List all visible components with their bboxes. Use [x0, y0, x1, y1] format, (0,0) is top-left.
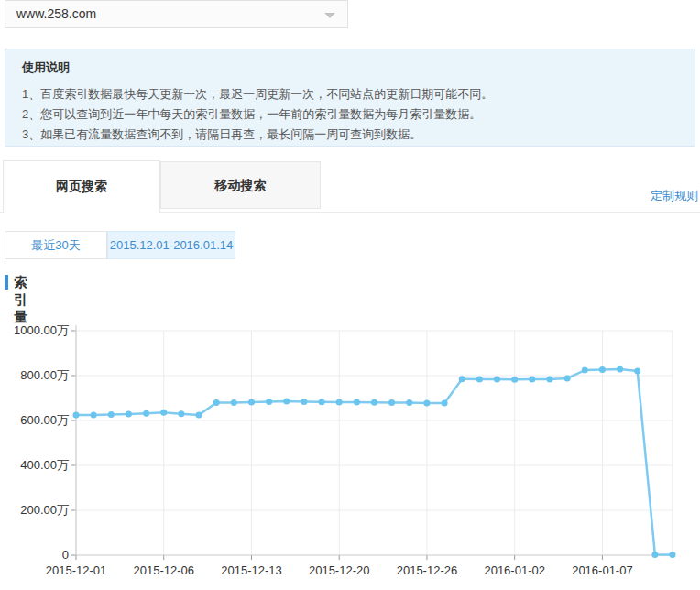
data-point[interactable] — [617, 366, 623, 373]
data-point[interactable] — [196, 412, 202, 419]
usage-note-line: 3、如果已有流量数据查询不到，请隔日再查，最长间隔一周可查询到数据。 — [22, 125, 678, 145]
x-axis-label: 2016-01-07 — [572, 563, 633, 577]
range-custom-button[interactable]: 2015.12.01-2016.01.14 — [107, 231, 235, 259]
data-point[interactable] — [126, 411, 132, 418]
data-point[interactable] — [442, 400, 448, 407]
x-axis-label: 2016-01-02 — [484, 563, 545, 577]
data-point[interactable] — [529, 376, 535, 382]
x-axis-label: 2015-12-26 — [397, 563, 458, 577]
site-selector-dropdown[interactable]: www.258.com — [5, 0, 348, 28]
usage-notes-panel: 使用说明 1、百度索引数据最快每天更新一次，最迟一周更新一次，不同站点的更新日期… — [5, 49, 695, 147]
data-point[interactable] — [634, 368, 640, 375]
data-point[interactable] — [231, 399, 237, 406]
y-axis-label: 600.00万 — [20, 413, 69, 427]
x-axis-label: 2015-12-01 — [46, 563, 107, 577]
data-point[interactable] — [423, 399, 430, 406]
y-axis-label: 800.00万 — [20, 368, 69, 382]
tab-web-search[interactable]: 网页搜索 — [3, 160, 160, 213]
x-axis-label: 2015-12-20 — [309, 563, 370, 577]
data-point[interactable] — [371, 399, 377, 406]
data-point[interactable] — [599, 366, 606, 373]
usage-note-line: 1、百度索引数据最快每天更新一次，最迟一周更新一次，不同站点的更新日期可能不同。 — [22, 84, 678, 104]
range-last30-button[interactable]: 最近30天 — [5, 231, 107, 259]
section-accent-bar — [5, 275, 8, 290]
data-point[interactable] — [108, 411, 115, 418]
data-point[interactable] — [91, 411, 97, 418]
y-axis-label: 400.00万 — [20, 458, 69, 472]
usage-note-line: 2、您可以查询到近一年中每天的索引量数据，一年前的索引量数据为每月索引量数据。 — [22, 104, 678, 125]
site-selector-value: www.258.com — [16, 6, 96, 21]
data-point[interactable] — [406, 399, 412, 406]
y-axis-label: 0 — [62, 548, 69, 562]
data-point[interactable] — [651, 552, 658, 558]
data-point[interactable] — [178, 410, 184, 417]
y-axis-label: 1000.00万 — [14, 323, 69, 337]
data-point[interactable] — [319, 399, 325, 405]
tab-mobile-search[interactable]: 移动搜索 — [160, 161, 321, 209]
data-point[interactable] — [670, 552, 676, 558]
chevron-down-icon — [324, 13, 335, 18]
data-point[interactable] — [336, 399, 343, 405]
data-point[interactable] — [354, 399, 360, 405]
data-point[interactable] — [494, 376, 500, 382]
data-point[interactable] — [476, 376, 483, 382]
search-type-tabs: 网页搜索 移动搜索 — [0, 160, 700, 213]
data-point[interactable] — [283, 398, 290, 404]
chart-canvas[interactable]: 1000.00万800.00万600.00万400.00万200.00万0201… — [0, 310, 700, 590]
x-axis-label: 2015-12-06 — [133, 563, 194, 577]
usage-notes-title: 使用说明 — [22, 60, 678, 76]
data-point[interactable] — [266, 399, 272, 405]
data-point[interactable] — [73, 411, 80, 418]
data-point[interactable] — [547, 376, 553, 382]
data-point[interactable] — [564, 375, 571, 381]
data-point[interactable] — [248, 399, 255, 405]
index-trend-line — [76, 369, 673, 554]
index-volume-chart[interactable]: 1000.00万800.00万600.00万400.00万200.00万0201… — [0, 310, 700, 590]
data-point[interactable] — [388, 399, 395, 406]
data-point[interactable] — [459, 376, 465, 382]
custom-rules-link[interactable]: 定制规则 — [651, 188, 698, 204]
data-point[interactable] — [301, 399, 307, 405]
x-axis-label: 2015-12-13 — [221, 563, 282, 577]
data-point[interactable] — [582, 367, 588, 374]
data-point[interactable] — [213, 399, 220, 406]
data-point[interactable] — [511, 377, 518, 383]
y-axis-label: 200.00万 — [20, 503, 69, 517]
data-point[interactable] — [143, 410, 149, 417]
data-point[interactable] — [160, 410, 167, 416]
